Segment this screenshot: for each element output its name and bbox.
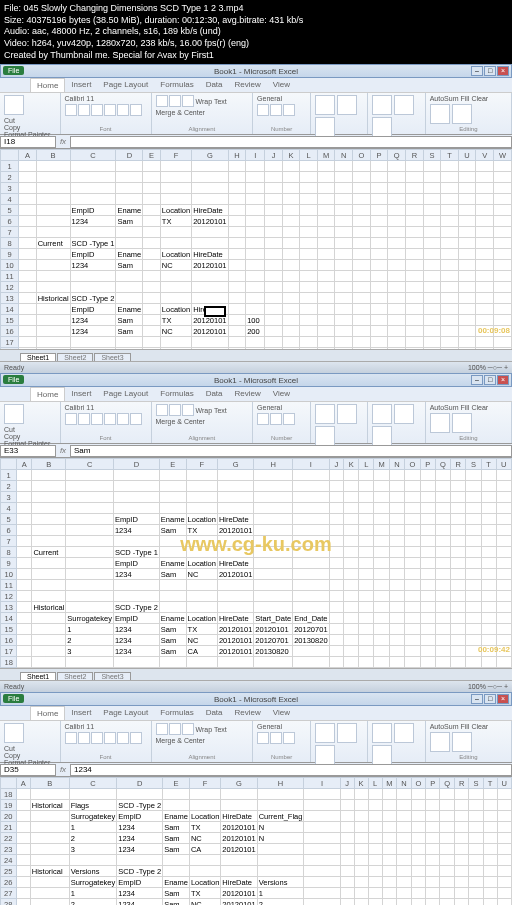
cell-E15[interactable]: Sam	[159, 624, 186, 635]
cell-G12[interactable]	[217, 591, 253, 602]
cell-C19[interactable]	[66, 668, 114, 669]
cell-P21[interactable]	[426, 822, 440, 833]
cell-E18[interactable]	[143, 348, 161, 350]
cell-D25[interactable]: SCD -Type 2	[117, 866, 163, 877]
cell-M5[interactable]	[317, 205, 335, 216]
cell-F6[interactable]: TX	[186, 525, 217, 536]
cell-D11[interactable]	[116, 271, 143, 282]
col-header[interactable]: T	[481, 459, 496, 470]
cell-I8[interactable]	[293, 547, 329, 558]
cell-P1[interactable]	[370, 161, 388, 172]
cell-F24[interactable]	[189, 855, 220, 866]
cell-K22[interactable]	[354, 833, 368, 844]
cell-P12[interactable]	[370, 282, 388, 293]
cell-R5[interactable]	[451, 514, 466, 525]
sheet-tab-sheet3[interactable]: Sheet3	[94, 672, 130, 680]
zoom-indicator[interactable]: 100% ─○─ +	[468, 364, 508, 371]
cell-C10[interactable]	[66, 569, 114, 580]
row-header[interactable]: 17	[1, 337, 19, 348]
cell-L25[interactable]	[368, 866, 382, 877]
cell-G10[interactable]: 20120101	[192, 260, 228, 271]
cell-S13[interactable]	[466, 602, 481, 613]
row-header[interactable]: 18	[1, 789, 17, 800]
cell-T11[interactable]	[481, 580, 496, 591]
cell-L1[interactable]	[300, 161, 317, 172]
cell-K7[interactable]	[344, 536, 359, 547]
col-header[interactable]: G	[217, 459, 253, 470]
cell-R7[interactable]	[451, 536, 466, 547]
cell-A19[interactable]	[17, 668, 32, 669]
file-tab[interactable]: File	[3, 66, 24, 75]
cell-S19[interactable]	[466, 668, 481, 669]
cell-L8[interactable]	[359, 547, 374, 558]
cell-R27[interactable]	[454, 888, 468, 899]
cell-V8[interactable]	[476, 238, 494, 249]
cell-N18[interactable]	[335, 348, 353, 350]
cell-N2[interactable]	[335, 172, 353, 183]
cell-C26[interactable]: Surrogatekey	[69, 877, 117, 888]
cell-U19[interactable]	[497, 800, 511, 811]
cell-A7[interactable]	[19, 227, 37, 238]
cell-D27[interactable]: 1234	[117, 888, 163, 899]
cell-H4[interactable]	[254, 503, 293, 514]
cell-H19[interactable]	[257, 800, 304, 811]
cell-I18[interactable]	[293, 657, 329, 668]
cell-P18[interactable]	[426, 789, 440, 800]
cell-Q13[interactable]	[388, 293, 406, 304]
cell-K2[interactable]	[282, 172, 300, 183]
cell-L15[interactable]	[300, 315, 317, 326]
cell-K12[interactable]	[344, 591, 359, 602]
cell-R2[interactable]	[451, 481, 466, 492]
tab-formulas[interactable]: Formulas	[154, 387, 199, 401]
cell-H15[interactable]	[228, 315, 246, 326]
cell-M11[interactable]	[374, 580, 390, 591]
cell-T12[interactable]	[441, 282, 458, 293]
row-header[interactable]: 13	[1, 602, 17, 613]
cell-Q7[interactable]	[388, 227, 406, 238]
cell-T17[interactable]	[441, 337, 458, 348]
cell-R15[interactable]	[451, 624, 466, 635]
cell-E16[interactable]: Sam	[159, 635, 186, 646]
cell-V2[interactable]	[476, 172, 494, 183]
cell-I20[interactable]	[304, 811, 340, 822]
cell-U19[interactable]	[496, 668, 511, 669]
cell-J19[interactable]	[340, 800, 354, 811]
cell-G21[interactable]: 20120101	[221, 822, 257, 833]
cell-K18[interactable]	[354, 789, 368, 800]
row-header[interactable]: 9	[1, 558, 17, 569]
cell-J13[interactable]	[265, 293, 282, 304]
cell-O8[interactable]	[353, 238, 371, 249]
cell-C9[interactable]: EmpID	[70, 249, 116, 260]
cell-T12[interactable]	[481, 591, 496, 602]
cell-D26[interactable]: EmpID	[117, 877, 163, 888]
cell-N7[interactable]	[389, 536, 404, 547]
cell-M24[interactable]	[382, 855, 397, 866]
cell-H12[interactable]	[254, 591, 293, 602]
cell-N4[interactable]	[389, 503, 404, 514]
cell-B1[interactable]	[36, 161, 70, 172]
cell-M12[interactable]	[374, 591, 390, 602]
cell-Q3[interactable]	[388, 183, 406, 194]
cell-S15[interactable]	[466, 624, 481, 635]
cell-F22[interactable]: NC	[189, 833, 220, 844]
col-header[interactable]: F	[186, 459, 217, 470]
cell-C3[interactable]	[66, 492, 114, 503]
cell-J13[interactable]	[329, 602, 344, 613]
cell-S8[interactable]	[466, 547, 481, 558]
cell-Q17[interactable]	[388, 337, 406, 348]
cell-P19[interactable]	[420, 668, 435, 669]
cell-K7[interactable]	[282, 227, 300, 238]
cell-C6[interactable]	[66, 525, 114, 536]
cell-G5[interactable]: HireDate	[192, 205, 228, 216]
cell-J27[interactable]	[340, 888, 354, 899]
cell-P1[interactable]	[420, 470, 435, 481]
cell-J2[interactable]	[265, 172, 282, 183]
cell-C2[interactable]	[66, 481, 114, 492]
cell-V18[interactable]	[476, 348, 494, 350]
cell-J15[interactable]	[329, 624, 344, 635]
name-box[interactable]	[0, 136, 56, 148]
cell-U18[interactable]	[496, 657, 511, 668]
cell-A1[interactable]	[19, 161, 37, 172]
cell-Q2[interactable]	[388, 172, 406, 183]
cell-E13[interactable]	[159, 602, 186, 613]
